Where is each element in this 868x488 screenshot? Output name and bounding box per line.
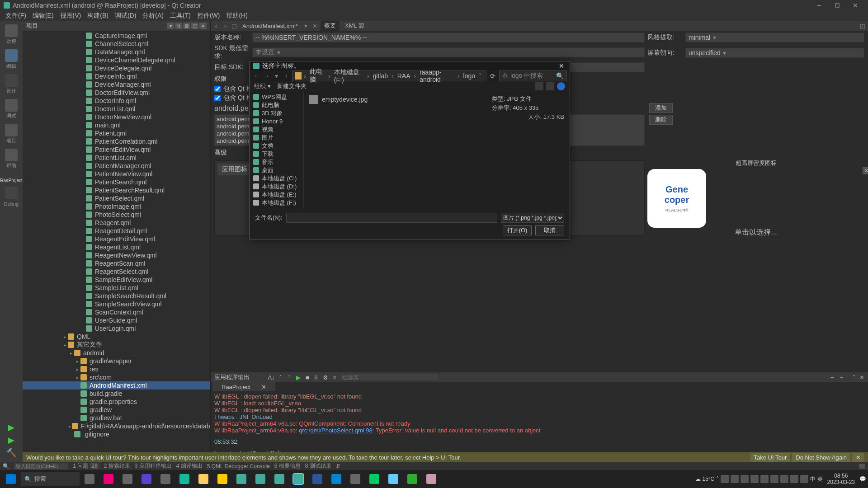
tree-filter-icon[interactable]: ▾	[167, 23, 174, 29]
taskbar-search[interactable]: 🔍搜索	[21, 472, 80, 486]
taskbar-app-10[interactable]	[403, 472, 421, 486]
breadcrumb[interactable]: ›此电脑 ›本地磁盘 (F:) ›gitlab ›RAA ›raaapp-and…	[292, 70, 486, 81]
tray-icon-1[interactable]	[721, 475, 729, 483]
tray-icon-3[interactable]	[741, 475, 749, 483]
output-az-icon[interactable]: A↓	[268, 374, 275, 380]
view-mode-icon[interactable]	[535, 82, 543, 90]
tray-icon-2[interactable]	[731, 475, 739, 483]
mode-edit[interactable]: 编辑	[5, 49, 18, 70]
new-folder-button[interactable]: 新建文件夹	[277, 82, 307, 90]
cancel-button[interactable]: 取消	[535, 225, 564, 235]
dialog-sidebar[interactable]: WPS网盘此电脑3D 对象Honor 9视频图片文档下载音乐桌面本地磁盘 (C:…	[250, 91, 304, 209]
locator-input[interactable]: 输入以定位(Ctrl+K)	[14, 463, 68, 469]
minimize-button[interactable]	[810, 0, 828, 11]
nav-up-icon[interactable]: ↑	[282, 72, 290, 80]
editor-filename[interactable]: AndroidManifest.xml*	[240, 23, 301, 29]
version-input[interactable]: -- %%INSERT_VERSION_NAME%% --	[252, 33, 645, 42]
open-button[interactable]: 打开(O)	[503, 225, 532, 235]
perm-add-button[interactable]: 添加	[649, 103, 673, 113]
taskbar-app-11[interactable]	[422, 472, 440, 486]
weather-widget[interactable]: ☁ 15°C	[695, 476, 714, 482]
mode-debug[interactable]: 调试	[5, 99, 18, 119]
tab-app-icon[interactable]: 应用图标	[217, 164, 252, 175]
filename-input[interactable]	[286, 213, 497, 223]
output-filter-input[interactable]	[340, 374, 439, 381]
taskbar-explorer[interactable]	[194, 472, 212, 486]
editor-split-icon[interactable]: ◫	[859, 23, 866, 29]
taskbar-clock[interactable]: 08:562023-03-23	[825, 473, 858, 486]
tree-split-icon[interactable]: ◫	[191, 23, 198, 29]
nav-back-arrow-icon[interactable]: ←	[252, 72, 260, 80]
mode-projects[interactable]: 项目	[5, 124, 18, 144]
status-qmldbg[interactable]: 5 QML Debugger Console	[207, 463, 270, 469]
xhdpi-icon-preview[interactable]: Genecoper HEALGEN®	[647, 169, 706, 228]
tray-icon-6[interactable]	[770, 475, 778, 483]
tray-icon-8[interactable]	[790, 475, 798, 483]
menu-view[interactable]: 视图(V)	[57, 11, 84, 21]
help-icon[interactable]	[557, 82, 565, 90]
organize-menu[interactable]: 组织 ▾	[254, 82, 271, 90]
dialog-search-input[interactable]: 在 logo 中搜索 🔍	[499, 70, 567, 81]
output-minus-icon[interactable]: －	[839, 373, 844, 381]
output-close-icon[interactable]: ✕	[859, 374, 864, 381]
menu-analyze[interactable]: 分析(A)	[140, 11, 166, 21]
status-compile[interactable]: 4 编译输出	[176, 462, 203, 470]
maximize-button[interactable]	[828, 0, 846, 11]
banner-close-icon[interactable]: ✕	[852, 453, 864, 462]
output-tab-close-icon[interactable]: ✕	[257, 383, 271, 391]
mode-help[interactable]: 帮助	[5, 149, 18, 169]
file-dropdown-icon[interactable]: ▾	[302, 23, 310, 29]
output-attach-icon[interactable]: ⎘	[313, 374, 320, 380]
tray-chevron-icon[interactable]: ˄	[716, 476, 719, 482]
ime-indicator[interactable]: 中 英	[810, 475, 822, 483]
taskbar-qt-2[interactable]	[251, 472, 269, 486]
tray-icon-5[interactable]	[760, 475, 769, 483]
run-button[interactable]: ▶	[8, 422, 14, 432]
file-close-icon[interactable]: ✕	[311, 23, 319, 29]
output-tab[interactable]: RaaProject ✕	[212, 382, 275, 391]
project-tree[interactable]: CaptureImage.qmlChannelSelect.qmlDataMan…	[23, 31, 210, 462]
menu-debug[interactable]: 调试(D)	[112, 11, 139, 21]
menu-widgets[interactable]: 控件(W)	[194, 11, 223, 21]
menu-edit[interactable]: 编辑(E)	[30, 11, 57, 21]
status-search[interactable]: 2 搜索结果	[104, 462, 130, 470]
orient-select[interactable]: unspecified▾	[685, 48, 864, 58]
taskbar-app-2[interactable]	[118, 472, 137, 486]
file-item[interactable]: emptydevice.jpg	[309, 95, 492, 104]
output-stop-icon[interactable]: ■	[304, 374, 311, 380]
tray-icon-4[interactable]	[750, 475, 759, 483]
taskbar-app-7[interactable]	[346, 472, 364, 486]
output-plus-icon[interactable]: ＋	[829, 373, 835, 381]
taskbar-qt-1[interactable]	[232, 472, 250, 486]
task-view-icon[interactable]	[80, 472, 99, 486]
output-up-icon[interactable]: ˄	[277, 374, 284, 380]
output-run-icon[interactable]: ▶	[295, 374, 302, 380]
sdk-min-input[interactable]: 未设置▾	[252, 47, 645, 57]
tree-link-icon[interactable]: ⛓	[183, 23, 190, 29]
mode-design[interactable]: 设计	[5, 74, 18, 94]
build-button[interactable]: 🔨	[6, 448, 16, 458]
perm-del-button[interactable]: 删除	[649, 115, 673, 125]
taskbar-app-9[interactable]	[384, 472, 402, 486]
taskbar-edge[interactable]	[175, 472, 193, 486]
taskbar-app-4[interactable]	[156, 472, 175, 486]
close-button[interactable]	[846, 0, 864, 11]
taskbar-app-6[interactable]	[327, 472, 345, 486]
taskbar-app-3[interactable]	[137, 472, 156, 486]
taskbar-app-5[interactable]	[213, 472, 231, 486]
refresh-icon[interactable]: ⟳	[488, 72, 497, 80]
taskbar-qt-3[interactable]	[270, 472, 288, 486]
nav-back-icon[interactable]: ‹	[212, 23, 220, 29]
style-select[interactable]: minimal▾	[685, 33, 864, 42]
menu-tools[interactable]: 工具(T)	[167, 11, 193, 21]
nav-fwd-icon[interactable]: ›	[222, 23, 229, 29]
take-tour-button[interactable]: Take UI Tour	[750, 453, 791, 462]
tray-icon-7[interactable]	[780, 475, 788, 483]
menu-build[interactable]: 构建(B)	[85, 11, 111, 21]
filetype-select[interactable]: 图片 (*.png *.jpg *.jpeg *.we	[501, 213, 564, 223]
tray-icon-9[interactable]	[800, 475, 808, 483]
status-general[interactable]: 6 概要信息	[274, 462, 301, 470]
output-body[interactable]: W libEGL : dlopen failed: library "libEG…	[211, 391, 868, 462]
output-settings-icon[interactable]: ⚙	[322, 374, 329, 380]
taskbar-app-8[interactable]	[365, 472, 383, 486]
